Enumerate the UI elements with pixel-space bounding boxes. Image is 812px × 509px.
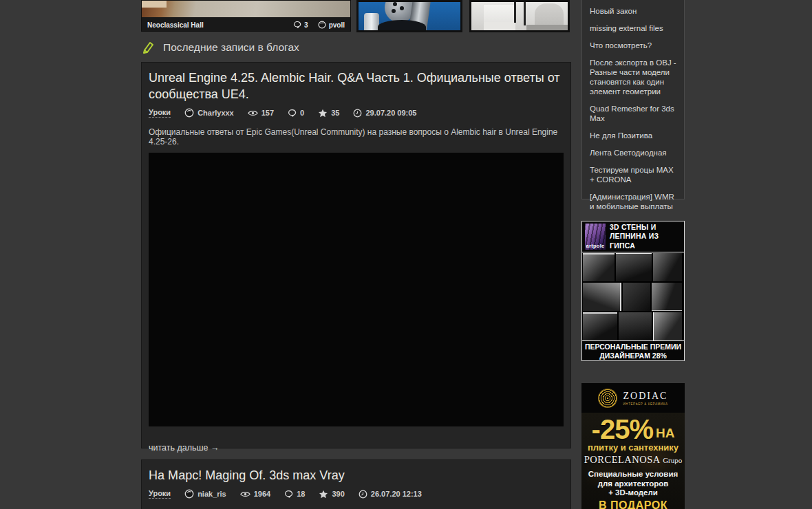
artpole-logo: artpole: [585, 224, 606, 250]
eye-icon: [248, 109, 258, 117]
grinder-bottle: [364, 13, 379, 30]
wall-cube: [653, 253, 682, 281]
post-category-link[interactable]: Уроки: [149, 489, 171, 499]
zodiac-brand: ZODIAC: [623, 391, 667, 402]
author-name: pvoll: [329, 21, 345, 29]
interior-tassel: [514, 2, 516, 23]
post-date-value: 26.07.20 12:13: [371, 490, 422, 498]
zodiac-condition-line2: для архитекторов: [581, 479, 685, 489]
avatar-icon: [184, 489, 194, 499]
zodiac-discount-suffix: НА: [656, 424, 674, 442]
post-comments[interactable]: 18: [284, 490, 305, 499]
clock-icon: [359, 490, 367, 499]
comment-icon: [284, 490, 293, 499]
artpole-header: artpole 3D СТЕНЫ И ЛЕПНИНА ИЗ ГИПСА: [582, 221, 684, 252]
read-more-link[interactable]: читать дальше →: [149, 443, 219, 453]
gallery-image-detail: [142, 1, 167, 8]
author-link[interactable]: pvoll: [318, 21, 345, 29]
artpole-headline-line2: ЛЕПНИНА ИЗ ГИПСА: [610, 232, 681, 250]
zodiac-offer-line2: плитку и сантехнику: [581, 442, 685, 453]
post-views: 157: [248, 109, 274, 117]
zodiac-condition-line1: Специальные условия: [581, 470, 685, 479]
artpole-footer-line2: ДИЗАЙНЕРАМ 28%: [582, 351, 684, 360]
comment-count-value: 3: [304, 21, 308, 29]
artpole-footer: ПЕРСОНАЛЬНЫЕ ПРЕМИИ ДИЗАЙНЕРАМ 28%: [582, 340, 684, 362]
post-author[interactable]: niak_ris: [184, 489, 226, 499]
wall-cube: [652, 283, 682, 311]
post-meta: Уроки Charlyxxx 157 0 35: [149, 108, 564, 118]
post-date: 26.07.20 12:13: [359, 490, 422, 499]
comment-count[interactable]: 3: [293, 21, 308, 29]
gallery-card-hall[interactable]: Neoclassical Hall 3 pvoll: [141, 0, 351, 32]
post-stars-value: 390: [332, 490, 344, 498]
interior-shadow: [526, 25, 568, 30]
post-author-name: niak_ris: [197, 490, 226, 498]
post-category-link[interactable]: Уроки: [149, 108, 171, 118]
sidebar-blog-link[interactable]: Новый закон: [590, 6, 676, 16]
gallery-image-interior: [471, 2, 568, 30]
wall-cube: [623, 283, 650, 311]
post-stars[interactable]: 390: [319, 490, 344, 499]
zodiac-header: ZODIAC ИНТЕРЬЕР & КЕРАМИКА: [581, 383, 685, 413]
artpole-headline: 3D СТЕНЫ И ЛЕПНИНА ИЗ ГИПСА: [610, 223, 681, 251]
grinder-hole: [400, 6, 404, 10]
gallery-card-grinder[interactable]: [356, 0, 462, 32]
video-embed[interactable]: [149, 153, 564, 426]
artpole-photo-3d-wall: [582, 252, 684, 340]
sidebar-blog-link[interactable]: missing external files: [590, 23, 676, 33]
post-author[interactable]: Charlyxxx: [184, 108, 234, 118]
grinder-base: [378, 20, 426, 30]
zodiac-brand-subtitle: ИНТЕРЬЕР & КЕРАМИКА: [623, 402, 667, 406]
wall-cube: [583, 312, 617, 340]
zodiac-discount-value: -25%: [592, 416, 653, 442]
gallery-card-interior[interactable]: [469, 0, 570, 32]
blog-section-title: Последние записи в блогах: [163, 41, 299, 54]
wall-cube: [616, 253, 652, 281]
sidebar-blog-link[interactable]: Quad Remesher for 3ds Max: [590, 104, 676, 123]
sidebar-blog-link[interactable]: После экспорта в OBJ - Разные части моде…: [590, 58, 676, 96]
post-views-value: 157: [261, 109, 274, 117]
grinder-hole: [393, 2, 397, 6]
wall-cube: [619, 312, 652, 340]
interior-tassel: [524, 2, 526, 25]
wall-cube: [653, 312, 682, 340]
interior-drawer: [484, 5, 515, 30]
zodiac-brand2-suffix: Grupo: [663, 456, 682, 464]
blog-post-card: Unreal Engine 4.25. Alembic Hair. Q&A Ча…: [141, 62, 571, 448]
sidebar-blog-link[interactable]: Тестируем процы MAX + CORONA: [590, 165, 676, 184]
artpole-brand-label: artpole: [585, 243, 606, 249]
post-excerpt: Официальные ответы от Epic Games(Unreal …: [149, 127, 564, 147]
post-date-value: 29.07.20 09:05: [365, 109, 416, 117]
post-comments[interactable]: 0: [288, 109, 304, 118]
post-title[interactable]: Unreal Engine 4.25. Alembic Hair. Q&A Ча…: [149, 69, 564, 102]
sidebar-blog-link[interactable]: [Администрация] WMR и мобильные выплаты: [590, 192, 676, 211]
post-stars-value: 35: [331, 109, 339, 117]
comment-icon: [293, 21, 301, 29]
post-date: 29.07.20 09:05: [353, 109, 416, 118]
zodiac-offer: -25% НА плитку и сантехнику PORCELANOSA …: [581, 413, 685, 509]
sidebar-blog-link[interactable]: Не для Позитива: [590, 131, 676, 140]
comment-icon: [288, 109, 297, 118]
gallery-caption[interactable]: Neoclassical Hall: [147, 21, 204, 29]
grinder-hole: [392, 9, 396, 13]
clock-icon: [353, 109, 362, 118]
post-author-name: Charlyxxx: [197, 109, 234, 117]
star-icon: [319, 490, 328, 499]
post-title[interactable]: На Марс! Maging Of. 3ds max Vray: [149, 467, 564, 484]
post-stars[interactable]: 35: [318, 109, 339, 118]
avatar-icon: [318, 21, 326, 29]
blog-section-header: Последние записи в блогах: [141, 38, 430, 57]
sidebar-blog-links-panel: Новый закон missing external files Что п…: [581, 0, 685, 199]
artpole-footer-line1: ПЕРСОНАЛЬНЫЕ ПРЕМИИ: [582, 343, 684, 351]
post-comments-value: 18: [297, 490, 305, 498]
zodiac-brand-block: ZODIAC ИНТЕРЬЕР & КЕРАМИКА: [623, 391, 667, 406]
ad-banner-artpole[interactable]: artpole 3D СТЕНЫ И ЛЕПНИНА ИЗ ГИПСА ПЕРС…: [581, 221, 685, 361]
sidebar-blog-link[interactable]: Что посмотреть?: [590, 41, 676, 50]
ad-banner-zodiac[interactable]: ZODIAC ИНТЕРЬЕР & КЕРАМИКА -25% НА плитк…: [581, 383, 685, 509]
artpole-headline-line1: 3D СТЕНЫ И: [610, 223, 681, 232]
sidebar-blog-link[interactable]: Лента Светодиодная: [590, 148, 676, 158]
gallery-image-hall[interactable]: [142, 1, 350, 17]
star-icon: [318, 109, 328, 118]
gallery-caption-bar: Neoclassical Hall 3 pvoll: [142, 17, 350, 32]
pencil-icon: [141, 40, 155, 55]
